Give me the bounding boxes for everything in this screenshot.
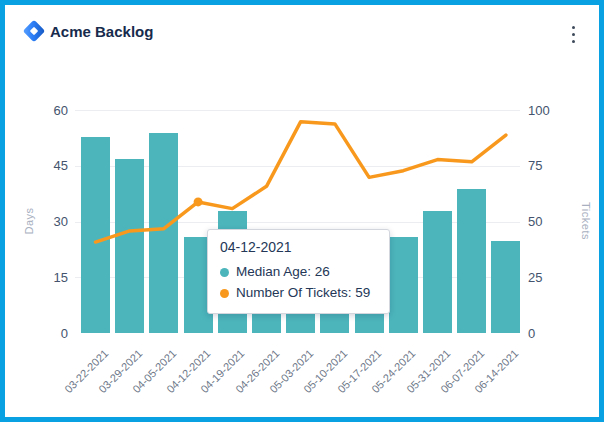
tooltip-row-median-age: Median Age: 26: [220, 263, 377, 281]
left-axis-tick-label: 45: [0, 158, 68, 174]
tooltip-date: 04-12-2021: [220, 239, 377, 255]
left-axis-tick-label: 30: [0, 214, 68, 230]
right-axis-tick-label: 100: [528, 103, 578, 119]
left-axis-tick-label: 0: [0, 326, 68, 342]
bar-median-age[interactable]: [320, 311, 349, 333]
chart-tooltip: 04-12-2021 Median Age: 26 Number Of Tick…: [207, 229, 390, 314]
bar-median-age[interactable]: [252, 311, 281, 333]
tickets-dot-icon: [220, 289, 229, 298]
backlog-chart: Days Tickets 015304560025507510003-22-20…: [0, 0, 604, 422]
right-axis-tick-label: 25: [528, 270, 578, 286]
acme-backlog-widget: Acme Backlog Days Tickets 01530456002550…: [0, 0, 604, 422]
bar-median-age[interactable]: [115, 159, 144, 334]
gridline: [75, 110, 520, 111]
bar-median-age[interactable]: [423, 211, 452, 334]
bar-median-age[interactable]: [81, 137, 110, 334]
tooltip-tickets-text: Number Of Tickets: 59: [236, 284, 370, 302]
bar-median-age[interactable]: [149, 133, 178, 334]
bar-median-age[interactable]: [491, 241, 520, 334]
bar-median-age[interactable]: [389, 237, 418, 334]
tooltip-row-tickets: Number Of Tickets: 59: [220, 284, 377, 302]
right-axis-tick-label: 50: [528, 214, 578, 230]
bar-median-age[interactable]: [355, 311, 384, 333]
bar-median-age[interactable]: [286, 311, 315, 333]
highlighted-data-point[interactable]: [194, 197, 203, 206]
x-axis-label: 03-22-2021: [48, 347, 110, 409]
right-axis-tick-label: 0: [528, 326, 578, 342]
left-axis-tick-label: 60: [0, 103, 68, 119]
left-axis-tick-label: 15: [0, 270, 68, 286]
tooltip-median-age-text: Median Age: 26: [236, 263, 330, 281]
median-age-dot-icon: [220, 268, 229, 277]
right-axis-title: Tickets: [580, 191, 592, 251]
right-axis-tick-label: 75: [528, 158, 578, 174]
bar-median-age[interactable]: [457, 189, 486, 334]
